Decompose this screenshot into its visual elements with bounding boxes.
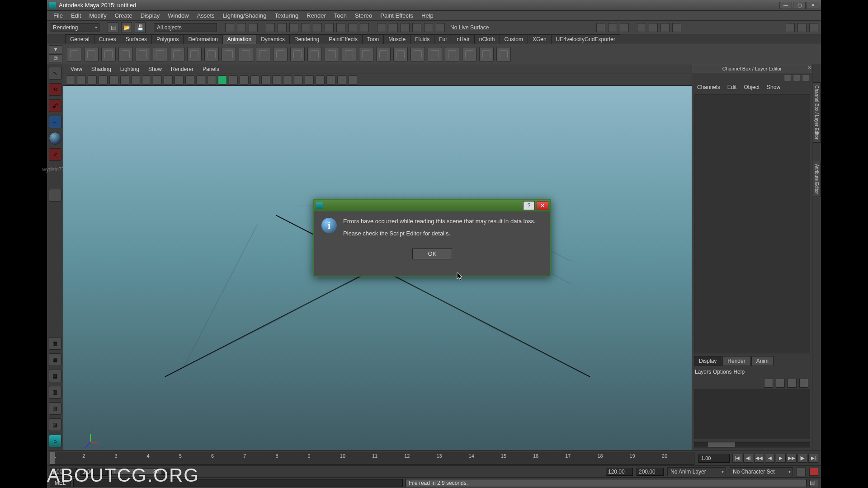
panel-icon[interactable] bbox=[305, 75, 314, 84]
layout-hypershade-icon[interactable]: ▥ bbox=[49, 386, 61, 399]
shelf-icon[interactable] bbox=[307, 47, 322, 61]
shelf-editor-icon[interactable]: ⧉ bbox=[49, 54, 62, 62]
cb-menu-edit[interactable]: Edit bbox=[724, 83, 740, 91]
shelf-icon[interactable] bbox=[153, 47, 167, 61]
shelf-icon[interactable] bbox=[428, 47, 442, 61]
account-icon[interactable] bbox=[786, 23, 795, 32]
panel-icon[interactable] bbox=[250, 75, 259, 84]
panel-icon[interactable] bbox=[185, 75, 194, 84]
layer-up-icon[interactable] bbox=[788, 379, 797, 388]
panel-icon[interactable] bbox=[153, 75, 162, 84]
step-forward-key-icon[interactable]: |▶ bbox=[797, 454, 807, 463]
select-tool-icon[interactable]: ↖ bbox=[49, 67, 61, 80]
open-scene-icon[interactable]: 📂 bbox=[121, 22, 132, 33]
panel-icon[interactable] bbox=[326, 75, 335, 84]
menu-paint-effects[interactable]: Paint Effects bbox=[377, 11, 417, 20]
panel-menu-view[interactable]: View bbox=[67, 65, 86, 73]
menu-render[interactable]: Render bbox=[303, 11, 330, 20]
layer-new-empty-icon[interactable] bbox=[764, 379, 773, 388]
layer-list[interactable] bbox=[694, 389, 810, 439]
shelf-tab-toon[interactable]: Toon bbox=[362, 34, 384, 44]
snap-live-icon[interactable] bbox=[424, 23, 433, 32]
shelf-tab-xgen[interactable]: XGen bbox=[528, 34, 552, 44]
make-live-icon[interactable] bbox=[436, 23, 445, 32]
lasso-tool-icon[interactable]: ⟲ bbox=[49, 83, 61, 96]
selection-mask-field[interactable]: All objects bbox=[154, 23, 217, 32]
menu-texturing[interactable]: Texturing bbox=[271, 11, 302, 20]
mask-4-icon[interactable] bbox=[301, 23, 310, 32]
layer-tab-display[interactable]: Display bbox=[694, 356, 722, 366]
mask-5-icon[interactable] bbox=[313, 23, 322, 32]
menu-stereo[interactable]: Stereo bbox=[351, 11, 376, 20]
layout-persp-outliner-icon[interactable]: ▤ bbox=[49, 370, 61, 382]
panel-icon[interactable] bbox=[77, 75, 86, 84]
shelf-icon[interactable] bbox=[204, 47, 219, 61]
side-tab-channelbox[interactable]: Channel Box / Layer Editor bbox=[813, 82, 821, 143]
shelf-menu-icon[interactable]: ▾ bbox=[49, 45, 62, 53]
layout-single-icon[interactable]: ▦ bbox=[49, 337, 61, 350]
cb-icon[interactable] bbox=[793, 74, 800, 81]
menu-file[interactable]: File bbox=[50, 11, 66, 20]
sidebar-toggle-icon[interactable] bbox=[809, 23, 818, 32]
side-tab-attribute-editor[interactable]: Attribute Editor bbox=[813, 161, 821, 197]
rotate-tool-icon[interactable] bbox=[49, 132, 61, 145]
time-ruler[interactable]: 1 2 3 4 5 6 7 8 9 10 11 12 13 14 15 16 1… bbox=[50, 452, 694, 465]
maximize-button[interactable]: ▢ bbox=[793, 2, 806, 9]
save-scene-icon[interactable]: 💾 bbox=[135, 22, 146, 33]
dialog-titlebar[interactable]: ? ✕ bbox=[314, 200, 550, 211]
panel-icon[interactable] bbox=[142, 75, 151, 84]
layer-new-selected-icon[interactable] bbox=[776, 379, 785, 388]
panel-icon[interactable] bbox=[120, 75, 129, 84]
go-end-icon[interactable]: ▶| bbox=[808, 454, 818, 463]
panel-icon[interactable] bbox=[294, 75, 303, 84]
render-view-icon[interactable] bbox=[672, 23, 681, 32]
current-frame-field[interactable]: 1.00 bbox=[698, 454, 730, 463]
script-editor-icon[interactable]: ▤ bbox=[809, 479, 818, 487]
panel-icon[interactable] bbox=[196, 75, 205, 84]
mask-6-icon[interactable] bbox=[325, 23, 334, 32]
play-forward-icon[interactable]: ▶ bbox=[776, 454, 786, 463]
panel-icon[interactable] bbox=[175, 75, 184, 84]
panel-icon[interactable] bbox=[131, 75, 140, 84]
shelf-tab-custom[interactable]: Custom bbox=[500, 34, 528, 44]
shelf-icon[interactable] bbox=[290, 47, 305, 61]
shelf-icon[interactable] bbox=[170, 47, 184, 61]
time-slider[interactable]: 1 2 3 4 5 6 7 8 9 10 11 12 13 14 15 16 1… bbox=[47, 450, 821, 465]
cb-icon[interactable] bbox=[802, 74, 809, 81]
play-back-icon[interactable]: ◀ bbox=[765, 454, 775, 463]
modeling-toolkit-icon[interactable] bbox=[797, 23, 807, 32]
shelf-tab-fluids[interactable]: Fluids bbox=[410, 34, 434, 44]
close-window-button[interactable]: ✕ bbox=[807, 2, 819, 9]
shelf-tab-deformation[interactable]: Deformation bbox=[183, 34, 222, 44]
shelf-icon[interactable] bbox=[376, 47, 391, 61]
maya-home-icon[interactable]: ⌂ bbox=[49, 435, 61, 447]
shelf-icon[interactable] bbox=[136, 47, 150, 61]
render-frame-icon[interactable] bbox=[620, 23, 629, 32]
panel-icon[interactable] bbox=[272, 75, 281, 84]
panel-icon[interactable] bbox=[207, 75, 216, 84]
shelf-icon[interactable] bbox=[101, 47, 116, 61]
panel-icon[interactable] bbox=[99, 75, 108, 84]
menu-display[interactable]: Display bbox=[137, 11, 164, 20]
hypershade-icon[interactable] bbox=[660, 23, 670, 32]
mask-8-icon[interactable] bbox=[348, 23, 357, 32]
panel-icon[interactable] bbox=[283, 75, 292, 84]
step-back-key-icon[interactable]: ◀| bbox=[743, 454, 753, 463]
sel-object-icon[interactable] bbox=[237, 23, 246, 32]
ipr-render-icon[interactable] bbox=[637, 23, 646, 32]
layer-tab-render[interactable]: Render bbox=[722, 356, 750, 366]
menu-modify[interactable]: Modify bbox=[85, 11, 110, 20]
layer-menu-help[interactable]: Help bbox=[733, 369, 745, 375]
panel-icon[interactable] bbox=[164, 75, 173, 84]
snap-curve-icon[interactable] bbox=[389, 23, 398, 32]
move-tool-icon[interactable]: ↔ bbox=[49, 116, 61, 128]
panel-icon[interactable] bbox=[229, 75, 238, 84]
shelf-icon[interactable] bbox=[222, 47, 236, 61]
cb-menu-object[interactable]: Object bbox=[741, 83, 763, 91]
shelf-tab-polygons[interactable]: Polygons bbox=[151, 34, 184, 44]
panel-menu-shading[interactable]: Shading bbox=[88, 65, 115, 73]
panel-menu-show[interactable]: Show bbox=[145, 65, 165, 73]
mask-lock-icon[interactable] bbox=[360, 23, 369, 32]
shelf-icon[interactable] bbox=[256, 47, 270, 61]
go-start-icon[interactable]: |◀ bbox=[732, 454, 742, 463]
